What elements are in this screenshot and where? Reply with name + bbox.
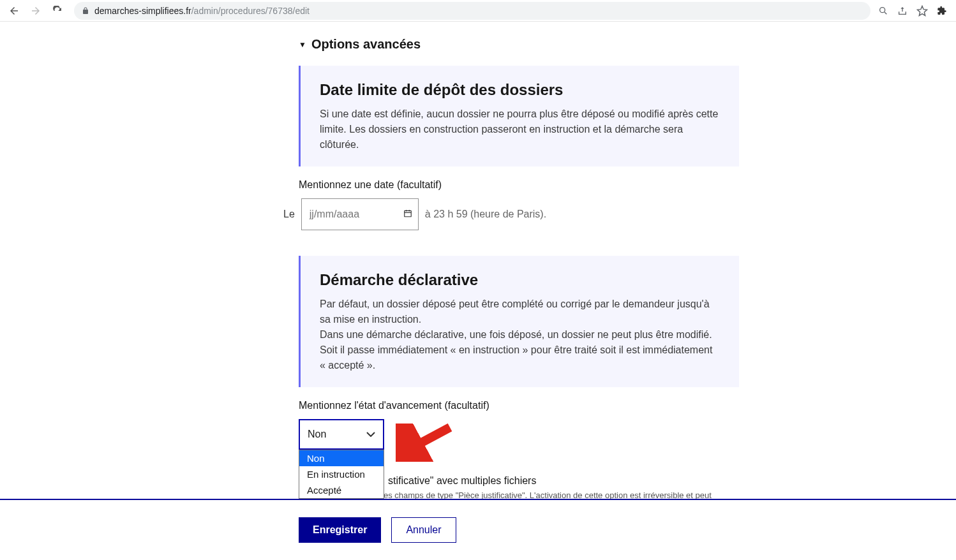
- state-label: Mentionnez l'état d'avancement (facultat…: [299, 400, 739, 411]
- declarative-p1: Par défaut, un dossier déposé peut être …: [320, 297, 720, 327]
- lock-icon: [82, 6, 89, 15]
- date-input[interactable]: [301, 198, 419, 230]
- multi-files-line: stificative" avec multiples fichiers: [388, 475, 739, 487]
- state-select[interactable]: Non: [299, 419, 384, 450]
- save-button[interactable]: Enregistrer: [299, 517, 381, 543]
- svg-point-0: [880, 7, 885, 12]
- reload-button[interactable]: [49, 2, 66, 20]
- svg-line-1: [885, 12, 886, 14]
- declarative-title: Démarche déclarative: [320, 271, 720, 289]
- address-bar[interactable]: demarches-simplifiees.fr/admin/procedure…: [74, 2, 870, 20]
- star-icon[interactable]: [916, 5, 928, 17]
- back-button[interactable]: [5, 2, 23, 20]
- url-domain: demarches-simplifiees.fr/admin/procedure…: [94, 6, 310, 16]
- state-option-non[interactable]: Non: [299, 450, 384, 466]
- state-option-instruction[interactable]: En instruction: [299, 466, 384, 482]
- state-dropdown: Non En instruction Accepté: [299, 450, 384, 499]
- options-avancees-toggle[interactable]: ▼ Options avancées: [299, 37, 739, 52]
- extensions-icon[interactable]: [937, 6, 947, 16]
- share-icon[interactable]: [897, 6, 907, 16]
- state-selected: Non: [308, 429, 326, 440]
- declarative-p2: Dans une démarche déclarative, une fois …: [320, 327, 720, 373]
- cancel-button[interactable]: Annuler: [391, 517, 456, 543]
- state-option-accepte[interactable]: Accepté: [299, 482, 384, 498]
- deadline-body: Si une date est définie, aucun dossier n…: [320, 107, 720, 152]
- red-arrow-annotation: [396, 424, 459, 462]
- accordion-title: Options avancées: [311, 37, 421, 52]
- chevron-down-icon: ▼: [299, 40, 306, 49]
- deadline-info-card: Date limite de dépôt des dossiers Si une…: [299, 66, 739, 166]
- footer-actions: Enregistrer Annuler: [0, 499, 956, 560]
- browser-toolbar: demarches-simplifiees.fr/admin/procedure…: [0, 0, 956, 22]
- date-suffix: à 23 h 59 (heure de Paris).: [425, 209, 546, 220]
- zoom-icon[interactable]: [878, 6, 888, 16]
- declarative-info-card: Démarche déclarative Par défaut, un doss…: [299, 256, 739, 387]
- forward-button[interactable]: [27, 2, 45, 20]
- deadline-title: Date limite de dépôt des dossiers: [320, 81, 720, 99]
- svg-line-7: [407, 427, 450, 450]
- date-prefix: Le: [283, 209, 295, 220]
- chevron-down-icon: [366, 432, 375, 437]
- date-label: Mentionnez une date (facultatif): [299, 179, 739, 191]
